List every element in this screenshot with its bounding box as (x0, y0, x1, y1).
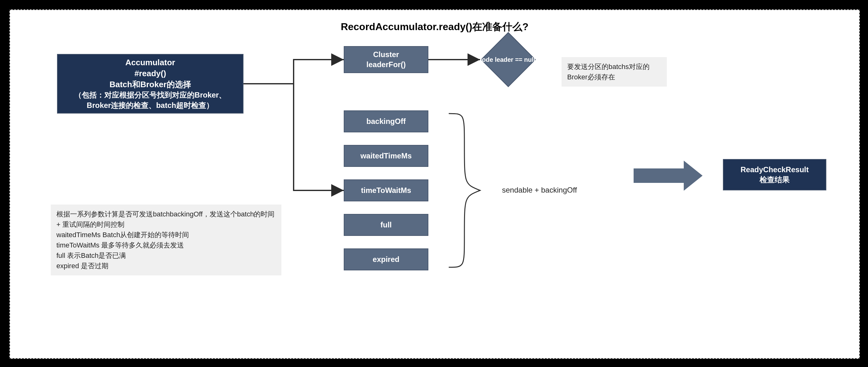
node-accumulator: Accumulator #ready() Batch和Broker的选择 （包括… (57, 54, 244, 114)
accumulator-line4: （包括：对应根据分区号找到对应的Broker、Broker连接的检查、batch… (65, 90, 236, 110)
accumulator-line1: Accumulator (65, 57, 236, 68)
cluster-line1: Cluster (366, 50, 405, 60)
arrow-head-icon (684, 161, 703, 191)
label-sendable-backingoff: sendable + backingOff (502, 186, 577, 195)
node-waitedtimems: waitedTimeMs (344, 145, 428, 167)
result-line1: ReadyCheckResult (741, 165, 808, 175)
diagram-title: RecordAccumulator.ready()在准备什么? (10, 20, 859, 34)
node-backingoff: backingOff (344, 110, 428, 132)
diamond-label: Node leader == null? (477, 38, 539, 82)
accumulator-line3: Batch和Broker的选择 (65, 79, 236, 90)
node-cluster-leaderfor: Cluster leaderFor() (344, 46, 428, 73)
diagram-canvas: RecordAccumulator.ready()在准备什么? Accumula… (9, 9, 860, 359)
accumulator-line2: #ready() (65, 68, 236, 79)
node-timetowaitms: timeToWaitMs (344, 179, 428, 201)
arrow-shaft (633, 168, 684, 183)
note-leader-must-exist: 要发送分区的batchs对应的Broker必须存在 (561, 57, 667, 87)
node-expired: expired (344, 248, 428, 271)
node-full: full (344, 214, 428, 236)
node-readycheckresult: ReadyCheckResult 检查结果 (723, 159, 826, 190)
node-leader-null-decision: Node leader == null? (477, 38, 539, 82)
arrow-to-result (633, 161, 703, 191)
cluster-line2: leaderFor() (366, 60, 405, 69)
note-params-explanation: 根据一系列参数计算是否可发送batchbackingOff，发送这个batch的… (51, 204, 281, 275)
result-line2: 检查结果 (741, 175, 808, 185)
